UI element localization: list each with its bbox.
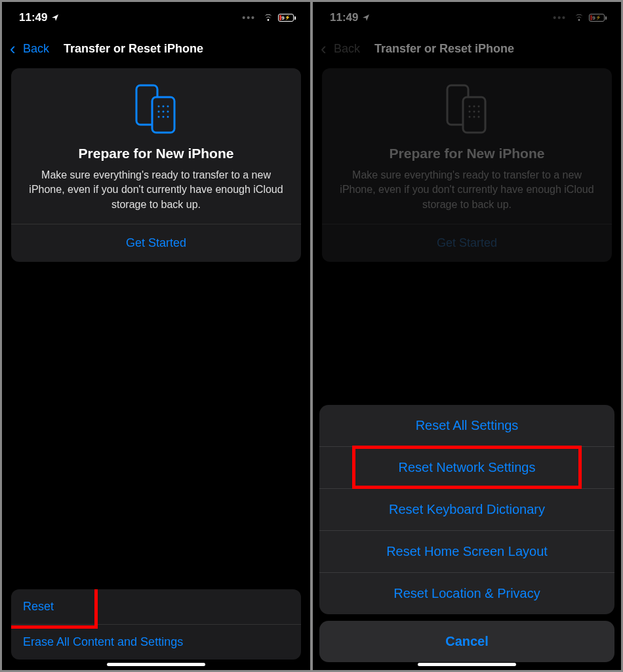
- svg-point-9: [163, 116, 165, 118]
- location-icon: [362, 14, 370, 22]
- sheet-options: Reset All Settings Reset Network Setting…: [319, 405, 614, 614]
- svg-point-14: [473, 106, 475, 108]
- get-started-button: Get Started: [334, 224, 600, 262]
- prepare-title: Prepare for New iPhone: [334, 146, 600, 161]
- location-icon: [51, 14, 59, 22]
- phone-right: 11:49 ••• 9⚡ ‹ Back Transfer or Reset iP…: [313, 2, 621, 670]
- svg-point-4: [167, 106, 169, 108]
- battery-icon: 9⚡: [589, 14, 607, 22]
- page-title: Transfer or Reset iPhone: [374, 42, 514, 56]
- svg-point-21: [478, 116, 480, 118]
- svg-point-6: [163, 111, 165, 113]
- prepare-description: Make sure everything's ready to transfer…: [334, 168, 600, 212]
- reset-action-sheet: Reset All Settings Reset Network Setting…: [319, 405, 614, 662]
- reset-location-privacy-button[interactable]: Reset Location & Privacy: [319, 573, 614, 614]
- wifi-icon: [573, 11, 585, 24]
- back-chevron-icon[interactable]: ‹: [10, 39, 20, 59]
- svg-point-8: [158, 116, 160, 118]
- status-bar: 11:49 ••• 9⚡: [2, 2, 310, 33]
- page-title: Transfer or Reset iPhone: [64, 42, 203, 56]
- status-time: 11:49: [19, 11, 47, 24]
- reset-label: Reset: [23, 600, 54, 613]
- svg-rect-1: [152, 97, 174, 133]
- svg-point-16: [469, 111, 471, 113]
- phone-left: 11:49 ••• 9⚡ ‹ Back Transfer or Reset iP…: [2, 2, 310, 670]
- erase-button[interactable]: Erase All Content and Settings: [11, 625, 301, 660]
- erase-label: Erase All Content and Settings: [23, 635, 183, 648]
- battery-icon: 9⚡: [278, 14, 296, 22]
- svg-point-20: [473, 116, 475, 118]
- prepare-description: Make sure everything's ready to transfer…: [23, 168, 289, 212]
- back-chevron-icon: ‹: [321, 39, 331, 59]
- svg-point-17: [473, 111, 475, 113]
- back-button[interactable]: Back: [23, 42, 49, 56]
- status-bar: 11:49 ••• 9⚡: [313, 2, 621, 33]
- devices-icon: [334, 83, 600, 135]
- get-started-button[interactable]: Get Started: [23, 224, 289, 262]
- svg-point-15: [478, 106, 480, 108]
- bottom-options: Reset Erase All Content and Settings: [11, 589, 301, 660]
- reset-keyboard-dictionary-button[interactable]: Reset Keyboard Dictionary: [319, 489, 614, 531]
- recording-dots-icon: •••: [242, 12, 256, 23]
- wifi-icon: [262, 11, 274, 24]
- prepare-card: Prepare for New iPhone Make sure everyth…: [11, 68, 301, 262]
- home-indicator[interactable]: [418, 663, 516, 666]
- svg-point-19: [469, 116, 471, 118]
- svg-point-3: [163, 106, 165, 108]
- recording-dots-icon: •••: [553, 12, 567, 23]
- back-button: Back: [334, 42, 360, 56]
- nav-bar: ‹ Back Transfer or Reset iPhone: [313, 33, 621, 68]
- prepare-card: Prepare for New iPhone Make sure everyth…: [322, 68, 612, 262]
- svg-point-10: [167, 116, 169, 118]
- prepare-title: Prepare for New iPhone: [23, 146, 289, 161]
- svg-point-7: [167, 111, 169, 113]
- svg-point-13: [469, 106, 471, 108]
- reset-button[interactable]: Reset: [11, 589, 301, 625]
- reset-home-screen-layout-button[interactable]: Reset Home Screen Layout: [319, 531, 614, 573]
- reset-all-settings-button[interactable]: Reset All Settings: [319, 405, 614, 447]
- status-time: 11:49: [330, 11, 358, 24]
- svg-point-2: [158, 106, 160, 108]
- nav-bar: ‹ Back Transfer or Reset iPhone: [2, 33, 310, 68]
- svg-point-18: [478, 111, 480, 113]
- reset-network-settings-button[interactable]: Reset Network Settings: [319, 447, 614, 489]
- devices-icon: [23, 83, 289, 135]
- home-indicator[interactable]: [107, 663, 205, 666]
- cancel-button[interactable]: Cancel: [319, 621, 614, 662]
- svg-rect-12: [463, 97, 485, 133]
- svg-point-5: [158, 111, 160, 113]
